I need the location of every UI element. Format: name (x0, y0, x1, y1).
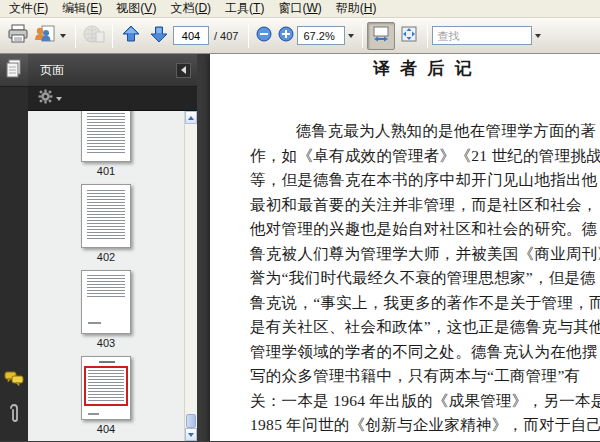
attachments-panel-tab[interactable] (7, 403, 21, 429)
comments-icon (4, 373, 24, 390)
thumbnail-list: 401402403404 (28, 111, 184, 441)
share-document-icon (82, 24, 106, 48)
scrollbar-thumb[interactable] (186, 414, 196, 428)
down-arrow-icon (149, 24, 169, 48)
menu-h[interactable]: 帮助(H) (329, 0, 384, 17)
document-text-line: 他对管理的兴趣也是始自对社区和社会的研究。德 (250, 217, 600, 242)
menu-f[interactable]: 文件(F) (2, 0, 55, 17)
zoom-out-button[interactable] (253, 22, 275, 50)
pages-panel-header: 页面 (28, 54, 197, 87)
menu-e[interactable]: 编辑(E) (55, 0, 109, 17)
collaborate-dropdown-arrow (60, 34, 66, 38)
thumbnail-page-number: 403 (97, 337, 115, 349)
options-menu-button[interactable] (38, 89, 66, 108)
toolbar-separator (75, 24, 76, 48)
gear-icon (38, 89, 53, 108)
menu-d[interactable]: 文档(D) (163, 0, 218, 17)
scroll-down-button[interactable] (185, 428, 197, 441)
up-arrow-icon (121, 24, 141, 48)
scroll-up-button[interactable] (185, 111, 197, 124)
document-text-line: 是有关社区、社会和政体”，这也正是德鲁克与其他 (250, 315, 600, 340)
menu-w[interactable]: 窗口(W) (271, 0, 328, 17)
document-text-line: 作，如《卓有成效的管理者》《21 世纪的管理挑战》 (250, 144, 600, 169)
menu-v[interactable]: 视图(V) (109, 0, 163, 17)
collapse-left-icon (181, 66, 186, 74)
toolbar-separator (362, 24, 363, 48)
document-text-line: 管理学领域的学者的不同之处。德鲁克认为在他撰 (250, 340, 600, 365)
menu-t[interactable]: 工具(T) (218, 0, 271, 17)
page-total-label: / 407 (214, 30, 238, 42)
menu-bar: 文件(F)编辑(E)视图(V)文档(D)工具(T)窗口(W)帮助(H) (0, 0, 600, 18)
zoom-in-button[interactable] (275, 22, 297, 50)
document-text-line: 最初和最首要的关注并非管理，而是社区和社会， (250, 193, 600, 218)
document-text-line: 等，但是德鲁克在本书的序中却开门见山地指出他 (250, 168, 600, 193)
toolbar-separator (112, 24, 113, 48)
pages-options-bar (28, 87, 197, 111)
pages-panel: 页面 (28, 54, 197, 441)
document-view[interactable]: 译 者 后 记 德鲁克最为人熟知的是他在管理学方面的著作，如《卓有成效的管理者》… (197, 54, 600, 441)
page-thumbnail-404[interactable]: 404 (28, 356, 184, 435)
pages-panel-tab[interactable] (0, 54, 28, 87)
find-dropdown-arrow[interactable] (535, 34, 541, 38)
plus-icon (278, 26, 294, 46)
toolbar-separator (427, 24, 428, 48)
current-view-indicator (84, 366, 128, 406)
find-input[interactable] (432, 26, 532, 45)
thumbnail-page-number: 401 (97, 165, 115, 177)
previous-page-button[interactable] (117, 22, 145, 50)
page-thumbnail-402[interactable]: 402 (28, 184, 184, 263)
toolbar-separator (248, 24, 249, 48)
minus-icon (256, 26, 272, 46)
document-text-line: 鲁克被人们尊为管理学大师，并被美国《商业周刊》 (250, 242, 600, 267)
page-number-input[interactable] (173, 26, 209, 45)
scrollbar-track[interactable] (185, 124, 197, 414)
fit-width-button[interactable] (367, 22, 395, 50)
document-text-line: 鲁克说，“事实上，我更多的著作不是关于管理，而 (250, 291, 600, 316)
document-text-line: 写的众多管理书籍中，只有两本与“工商管理”有 (250, 364, 600, 389)
pdf-reader-window: 文件(F)编辑(E)视图(V)文档(D)工具(T)窗口(W)帮助(H) (0, 0, 600, 442)
document-body: 德鲁克最为人熟知的是他在管理学方面的著作，如《卓有成效的管理者》《21 世纪的管… (250, 119, 600, 438)
navigation-rail (0, 54, 28, 441)
fit-page-icon (400, 25, 418, 47)
collapse-panel-button[interactable] (176, 63, 191, 78)
document-text-line: 誉为“我们时代最经久不衰的管理思想家”，但是德 (250, 266, 600, 291)
chevron-down-icon (188, 433, 194, 437)
zoom-dropdown-arrow[interactable] (348, 34, 354, 38)
zoom-level-value[interactable]: 67.2% (297, 26, 345, 45)
document-text-line: 德鲁克最为人熟知的是他在管理学方面的著 (250, 119, 600, 144)
document-text-line: 关：一本是 1964 年出版的《成果管理》，另一本是 (250, 389, 600, 414)
page-thumbnail-403[interactable]: 403 (28, 270, 184, 349)
document-text-line: 1985 年问世的《创新与企业家精神》，而对于自己 (250, 413, 600, 438)
chevron-up-icon (188, 116, 194, 120)
print-button[interactable] (4, 22, 32, 50)
fit-width-icon (372, 25, 390, 47)
collaborate-icon (33, 24, 57, 48)
thumbnail-page-number: 402 (97, 251, 115, 263)
thumbnail-scrollbar[interactable] (184, 111, 197, 441)
comments-panel-tab[interactable] (4, 371, 24, 391)
page-thumbnail-401[interactable]: 401 (28, 111, 184, 177)
collaborate-button[interactable] (32, 22, 71, 50)
next-page-button[interactable] (145, 22, 173, 50)
pages-icon (5, 58, 23, 82)
document-title: 译 者 后 记 (373, 57, 475, 80)
main-toolbar: / 407 67.2% (0, 18, 600, 54)
options-dropdown-arrow (56, 97, 62, 101)
pages-panel-title: 页面 (40, 62, 176, 79)
document-page: 译 者 后 记 德鲁克最为人熟知的是他在管理学方面的著作，如《卓有成效的管理者》… (210, 54, 600, 441)
thumbnail-page-number: 404 (97, 423, 115, 435)
fit-page-button[interactable] (395, 22, 423, 50)
printer-icon (7, 24, 29, 48)
attachments-icon (7, 411, 21, 428)
share-document-button (80, 22, 108, 50)
